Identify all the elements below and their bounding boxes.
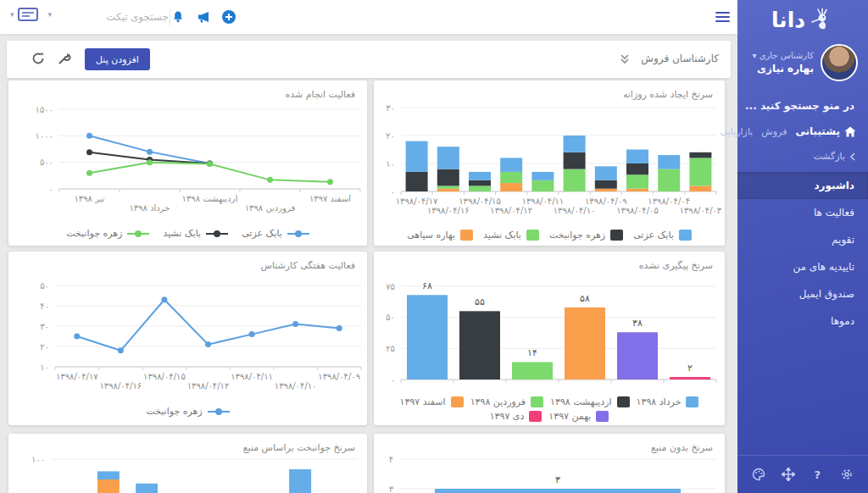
- sidebar-item-demos[interactable]: دموها: [737, 307, 868, 335]
- svg-text:۱۳۹۸/۰۴/۱۰: ۱۳۹۸/۰۴/۱۰: [554, 206, 596, 215]
- current-expert-dropdown[interactable]: کارشناس جاری ▾: [752, 51, 814, 60]
- legend-label: بابک نشید: [483, 230, 521, 241]
- tab-support[interactable]: پشتیبانی: [795, 125, 856, 137]
- chevron-left-icon: [849, 152, 856, 161]
- sidebar-footer: ?: [737, 455, 868, 493]
- svg-text:۱۳۹۸/۰۴/۱۲: ۱۳۹۸/۰۴/۱۲: [490, 206, 532, 215]
- svg-text:۱۳۹۸/۰۴/۱۷: ۱۳۹۸/۰۴/۱۷: [396, 197, 438, 206]
- legend-label: بابک نشید: [163, 228, 201, 239]
- svg-text:۱۰: ۱۰: [386, 159, 395, 169]
- svg-text:۱۳۹۷ اسفند: ۱۳۹۷ اسفند: [309, 194, 351, 203]
- svg-text:۱۳۹۸/۰۴/۱۶: ۱۳۹۸/۰۴/۱۶: [99, 381, 142, 391]
- svg-text:۴۰: ۴۰: [40, 302, 49, 311]
- chart-canvas: ۰۱۰۲۰۳۰۱۳۹۸/۰۴/۱۷۱۳۹۸/۰۴/۱۶۱۳۹۸/۰۴/۱۵۱۳۹…: [374, 80, 725, 219]
- add-panel-button[interactable]: افزودن پنل: [85, 48, 150, 70]
- legend-item[interactable]: زهره جوانبخت: [549, 230, 623, 241]
- dashboard-page: ▾ ▾: [0, 0, 868, 493]
- question-icon: ?: [814, 468, 821, 481]
- legend-square-marker: [617, 396, 630, 407]
- sidebar-item-my-approvals[interactable]: تاییدیه های من: [737, 253, 868, 280]
- caret-down-icon: ▾: [752, 51, 756, 60]
- home-icon: [844, 126, 856, 137]
- move-button[interactable]: [780, 466, 797, 483]
- panel-group-title: کارشناسان فروش: [641, 53, 719, 64]
- legend-label: بابک عزتی: [242, 228, 282, 239]
- sidebar-item-calendar[interactable]: تقویم: [737, 226, 868, 253]
- legend-item[interactable]: دی ۱۳۹۷: [490, 411, 542, 422]
- caret-down-icon: ▾: [10, 10, 14, 19]
- svg-text:۰: ۰: [391, 187, 395, 197]
- app-logo[interactable]: دانا: [737, 0, 868, 32]
- caret-down-icon: ▾: [48, 10, 53, 19]
- legend-item[interactable]: بابک عزتی: [633, 230, 692, 241]
- search-input[interactable]: [61, 5, 170, 29]
- add-new-button[interactable]: [219, 7, 239, 27]
- sidebar-menu: داشبورد فعالیت ها تقویم تاییدیه های من ص…: [737, 172, 868, 335]
- legend-item[interactable]: بابک نشید: [163, 228, 228, 239]
- sidebar-item-dashboard[interactable]: داشبورد: [737, 172, 868, 199]
- svg-text:۱۳۹۸/۰۴/۱۷: ۱۳۹۸/۰۴/۱۷: [56, 372, 98, 381]
- notifications-button[interactable]: [168, 7, 188, 27]
- help-button[interactable]: ?: [809, 466, 826, 483]
- svg-text:۳۸: ۳۸: [632, 318, 643, 329]
- legend-label: فروردین ۱۳۹۸: [470, 396, 526, 407]
- legend-line-marker: [287, 230, 309, 238]
- palette-icon: [752, 468, 765, 481]
- svg-text:۲: ۲: [687, 363, 693, 374]
- settings-button[interactable]: [58, 52, 71, 69]
- legend-item[interactable]: اسفند ۱۳۹۷: [400, 396, 464, 407]
- legend-label: زهره جوانبخت: [146, 406, 202, 417]
- user-avatar[interactable]: [821, 44, 858, 81]
- svg-text:۴: ۴: [389, 455, 393, 464]
- double-chevron-down-icon: [619, 53, 631, 65]
- svg-text:۱۳۹۸/۰۴/۰۳: ۱۳۹۸/۰۴/۰۳: [680, 206, 722, 215]
- legend-item[interactable]: زهره جوانبخت: [66, 228, 149, 239]
- announcements-button[interactable]: [193, 7, 214, 27]
- legend-square-marker: [529, 411, 542, 422]
- settings-button[interactable]: [838, 466, 855, 483]
- legend-item[interactable]: بابک نشید: [483, 230, 539, 241]
- hamburger-icon: [715, 9, 730, 24]
- svg-text:۱۰۰۰: ۱۰۰۰: [36, 131, 53, 141]
- ticket-icon: [18, 8, 38, 21]
- legend-item[interactable]: بهاره سیاهی: [407, 230, 473, 241]
- collapse-panel-button[interactable]: [619, 53, 631, 69]
- back-button[interactable]: بازگشت: [737, 137, 868, 170]
- tab-marketing[interactable]: بازاریابی: [721, 126, 754, 137]
- svg-text:۵۰۰: ۵۰۰: [40, 158, 53, 167]
- legend-item[interactable]: اردیبهشت ۱۳۹۸: [550, 396, 629, 407]
- chart-canvas: ۴۳۲۱۰۳: [374, 434, 725, 493]
- menu-toggle-button[interactable]: [712, 7, 732, 27]
- wrench-icon: [58, 52, 71, 65]
- svg-text:۵۸: ۵۸: [580, 293, 590, 304]
- legend-item[interactable]: زهره جوانبخت: [146, 406, 229, 417]
- legend-item[interactable]: فروردین ۱۳۹۸: [470, 396, 543, 407]
- chart-card-leads-without-source: سرنخ بدون منبع ۴۳۲۱۰۳: [374, 434, 725, 493]
- svg-text:۱۳۹۸/۰۴/۰۴: ۱۳۹۸/۰۴/۰۴: [648, 197, 690, 206]
- refresh-button[interactable]: [31, 51, 46, 69]
- sidebar-item-activities[interactable]: فعالیت ها: [737, 199, 868, 226]
- menu-search[interactable]: در منو جستجو کنید ...: [737, 81, 868, 112]
- user-block: کارشناس جاری ▾ بهاره نیازی: [737, 32, 868, 81]
- chart-card-daily-created-leads: سرنخ ایجاد شده روزانه ۰۱۰۲۰۳۰۱۳۹۸/۰۴/۱۷۱…: [374, 80, 725, 246]
- chart-card-unfollowed-leads: سرنخ پیگیری نشده ۰۲۵۵۰۷۵۶۸۵۵۱۴۵۸۳۸۲ خردا…: [374, 252, 725, 425]
- chart-legend: زهره جوانبخت: [8, 406, 367, 417]
- legend-item[interactable]: بابک عزتی: [242, 228, 309, 239]
- ticket-type-selector[interactable]: ▾ ▾: [10, 8, 52, 21]
- legend-square-marker: [596, 411, 609, 422]
- legend-label: اردیبهشت ۱۳۹۸: [550, 396, 611, 407]
- legend-line-marker: [208, 407, 230, 416]
- tab-sales[interactable]: فروش: [761, 126, 787, 137]
- legend-label: زهره جوانبخت: [66, 228, 122, 239]
- chart-legend: بابک عزتیبابک نشیدزهره جوانبخت: [8, 228, 367, 239]
- legend-item[interactable]: خرداد ۱۳۹۸: [637, 396, 699, 407]
- sidebar-item-email-inbox[interactable]: صندوق ایمیل: [737, 280, 868, 307]
- svg-text:۳: ۳: [389, 485, 394, 493]
- legend-square-marker: [451, 396, 464, 407]
- logo-text: دانا: [771, 8, 805, 32]
- module-tabs: پشتیبانی فروش بازاریابی: [737, 112, 868, 137]
- svg-text:۱۳۹۸/۰۴/۰۹: ۱۳۹۸/۰۴/۰۹: [318, 372, 360, 381]
- legend-item[interactable]: بهمن ۱۳۹۷: [548, 411, 609, 422]
- theme-button[interactable]: [750, 466, 767, 483]
- svg-text:۲۵: ۲۵: [386, 344, 395, 353]
